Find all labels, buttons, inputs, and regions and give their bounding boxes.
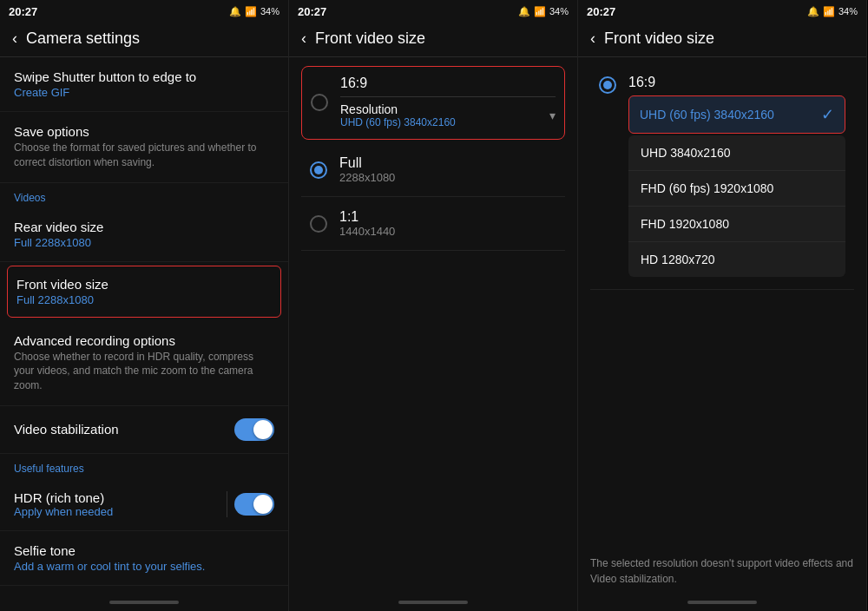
option-16-9-box: 16:9 Resolution UHD (60 fps) 3840x2160 ▾ <box>301 66 565 140</box>
front-video-size-subtitle: Full 2288x1080 <box>16 293 272 306</box>
resolution-label: Resolution <box>340 102 456 116</box>
hdr-toggle-divider <box>227 491 227 517</box>
status-time-1: 20:27 <box>9 5 37 18</box>
option-16-9-p3-label: 16:9 <box>628 75 845 90</box>
advanced-recording-item[interactable]: Advanced recording options Choose whethe… <box>0 321 288 406</box>
header-3: ‹ Front video size <box>578 23 866 56</box>
option-16-9-content: 16:9 Resolution UHD (60 fps) 3840x2160 ▾ <box>340 76 556 128</box>
battery-3: 34% <box>838 6 858 16</box>
dropdown-selected-text: UHD (60 fps) 3840x2160 <box>640 108 774 122</box>
page-title-3: Front video size <box>604 30 714 48</box>
status-bar-3: 20:27 🔔 📶 34% <box>578 0 866 23</box>
dropdown-menu: UHD 3840x2160 FHD (60 fps) 1920x1080 FHD… <box>628 135 845 277</box>
rear-video-size-title: Rear video size <box>14 220 274 234</box>
signal-icon-2: 📶 <box>534 6 546 17</box>
back-button-1[interactable]: ‹ <box>12 30 17 48</box>
option-full-label: Full <box>339 155 395 171</box>
notification-icon-3: 🔔 <box>807 6 819 17</box>
option-full-sublabel: 2288x1080 <box>339 171 395 184</box>
dropdown-item-3[interactable]: HD 1280x720 <box>628 242 845 277</box>
resolution-dropdown-row[interactable]: Resolution UHD (60 fps) 3840x2160 ▾ <box>340 102 556 128</box>
dropdown-check-icon: ✓ <box>821 105 834 124</box>
selfie-tone-item[interactable]: Selfie tone Add a warm or cool tint to y… <box>0 531 288 586</box>
battery-2: 34% <box>549 6 569 16</box>
radio-16-9-p3[interactable] <box>599 76 616 94</box>
option-1-1[interactable]: 1:1 1440x1440 <box>301 197 565 251</box>
dropdown-selected-item[interactable]: UHD (60 fps) 3840x2160 ✓ <box>628 95 845 134</box>
front-video-size-item[interactable]: Front video size Full 2288x1080 <box>7 266 281 318</box>
tracking-autofocus-item[interactable]: Tracking auto-focus <box>0 586 288 594</box>
dropdown-item-2[interactable]: FHD 1920x1080 <box>628 207 845 242</box>
back-button-3[interactable]: ‹ <box>590 30 595 48</box>
video-stabilization-left: Video stabilization <box>14 422 119 437</box>
rear-video-size-subtitle: Full 2288x1080 <box>14 236 274 249</box>
status-icons-2: 🔔 📶 34% <box>518 6 569 17</box>
hdr-title: HDR (rich tone) <box>14 490 113 505</box>
home-indicator-3 <box>578 594 866 611</box>
header-2: ‹ Front video size <box>289 23 577 56</box>
dropdown-open-container: UHD (60 fps) 3840x2160 ✓ UHD 3840x2160 F… <box>628 95 845 277</box>
dropdown-item-0[interactable]: UHD 3840x2160 <box>628 135 845 171</box>
hdr-left: HDR (rich tone) Apply when needed <box>14 490 113 518</box>
dropdown-arrow-icon[interactable]: ▾ <box>549 108 556 122</box>
option-full[interactable]: Full 2288x1080 <box>301 143 565 197</box>
home-bar-1 <box>109 601 179 604</box>
option-16-9-p3-content: 16:9 UHD (60 fps) 3840x2160 ✓ UHD 3840x2… <box>628 75 845 277</box>
video-stabilization-title: Video stabilization <box>14 422 119 437</box>
status-time-2: 20:27 <box>298 5 326 18</box>
radio-1-1[interactable] <box>310 215 327 233</box>
panel-camera-settings: 20:27 🔔 📶 34% ‹ Camera settings Swipe Sh… <box>0 0 289 611</box>
selfie-tone-subtitle: Add a warm or cool tint to your selfies. <box>14 560 274 573</box>
option-1-1-content: 1:1 1440x1440 <box>339 209 395 238</box>
option-full-content: Full 2288x1080 <box>339 155 395 184</box>
option-16-9-main: 16:9 <box>340 76 556 91</box>
rear-video-size-item[interactable]: Rear video size Full 2288x1080 <box>0 207 288 262</box>
dropdown-item-1[interactable]: FHD (60 fps) 1920x1080 <box>628 171 845 207</box>
save-options-title: Save options <box>14 124 274 139</box>
settings-list: Swipe Shutter button to edge to Create G… <box>0 57 288 594</box>
battery-1: 34% <box>260 6 279 16</box>
save-options-item[interactable]: Save options Choose the format for saved… <box>0 112 288 183</box>
hdr-row: HDR (rich tone) Apply when needed <box>0 478 288 531</box>
signal-icon: 📶 <box>245 6 257 17</box>
option-16-9[interactable]: 16:9 Resolution UHD (60 fps) 3840x2160 ▾ <box>307 69 559 135</box>
home-bar-3 <box>687 601 757 604</box>
advanced-recording-title: Advanced recording options <box>14 333 274 348</box>
swipe-shutter-title: Swipe Shutter button to edge to <box>14 69 274 84</box>
radio-full[interactable] <box>310 161 327 179</box>
signal-icon-3: 📶 <box>823 6 835 17</box>
video-stabilization-row: Video stabilization <box>0 406 288 454</box>
home-bar-2 <box>398 601 468 604</box>
back-button-2[interactable]: ‹ <box>301 30 306 48</box>
radio-16-9[interactable] <box>311 94 328 111</box>
notification-icon: 🔔 <box>229 6 241 17</box>
status-icons-3: 🔔 📶 34% <box>807 6 858 17</box>
hdr-toggle[interactable] <box>234 493 274 516</box>
swipe-shutter-item[interactable]: Swipe Shutter button to edge to Create G… <box>0 57 288 112</box>
resolution-value: UHD (60 fps) 3840x2160 <box>340 116 456 128</box>
status-time-3: 20:27 <box>587 5 615 18</box>
videos-section-label: Videos <box>0 183 288 207</box>
hdr-subtitle: Apply when needed <box>14 505 113 518</box>
option-list-2: 16:9 Resolution UHD (60 fps) 3840x2160 ▾ <box>289 57 577 594</box>
notification-icon-2: 🔔 <box>518 6 530 17</box>
page-title-1: Camera settings <box>26 30 140 48</box>
useful-features-section-label: Useful features <box>0 454 288 478</box>
swipe-shutter-subtitle: Create GIF <box>14 86 274 99</box>
status-bar-1: 20:27 🔔 📶 34% <box>0 0 288 23</box>
panel-front-video-list: 20:27 🔔 📶 34% ‹ Front video size 16:9 <box>289 0 578 611</box>
selfie-tone-title: Selfie tone <box>14 543 274 558</box>
option-16-9-p3[interactable]: 16:9 UHD (60 fps) 3840x2160 ✓ UHD 3840x2… <box>590 66 854 290</box>
resolution-dropdown-left: Resolution UHD (60 fps) 3840x2160 <box>340 102 456 128</box>
status-bar-2: 20:27 🔔 📶 34% <box>289 0 577 23</box>
header-1: ‹ Camera settings <box>0 23 288 56</box>
option-16-9-label: 16:9 <box>340 76 367 91</box>
status-icons-1: 🔔 📶 34% <box>229 6 279 17</box>
video-stabilization-toggle[interactable] <box>234 418 274 441</box>
panel-front-video-dropdown: 20:27 🔔 📶 34% ‹ Front video size 16:9 UH… <box>578 0 867 611</box>
page-title-2: Front video size <box>315 30 425 48</box>
advanced-recording-desc: Choose whether to record in HDR quality,… <box>14 350 274 393</box>
option-1-1-sublabel: 1440x1440 <box>339 225 395 238</box>
option-list-3: 16:9 UHD (60 fps) 3840x2160 ✓ UHD 3840x2… <box>578 57 866 549</box>
note-text: The selected resolution doesn't support … <box>578 549 866 594</box>
